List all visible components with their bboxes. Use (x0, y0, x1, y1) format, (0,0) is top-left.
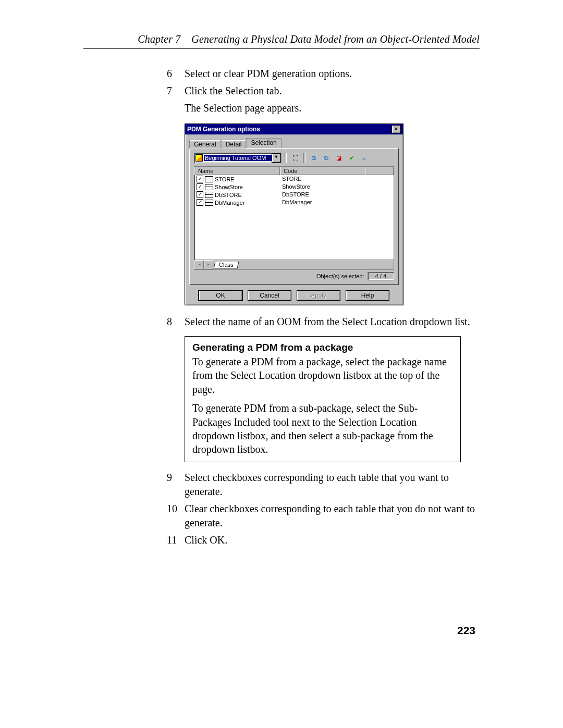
toolbar-icon[interactable]: ⧉ (321, 153, 332, 163)
tab-general[interactable]: General (189, 140, 221, 149)
class-icon (205, 192, 213, 198)
toolbar-icon[interactable]: ◪ (334, 153, 344, 163)
row-code: STORE (279, 176, 360, 182)
row-checkbox[interactable]: ✓ (197, 199, 203, 206)
apply-button: Apply (297, 290, 340, 301)
step-9: 9 Select checkboxes corresponding to eac… (167, 471, 480, 499)
row-code: DbSTORE (279, 191, 360, 198)
objects-selected-count: 4 / 4 (368, 272, 394, 280)
list-row[interactable]: ✓ DbManager DbManager (194, 199, 394, 206)
sheet-tab-class[interactable]: Class (214, 262, 239, 268)
step-number: 11 (167, 533, 185, 547)
row-checkbox[interactable]: ✓ (197, 183, 203, 190)
note-title: Generating a PDM from a package (192, 341, 453, 354)
step-7: 7 Click the Selection tab. (167, 84, 480, 98)
dialog-titlebar: PDM Generation options × (185, 124, 403, 134)
toolbar-separator (285, 153, 287, 163)
row-code: ShowStore (279, 183, 360, 190)
list-row[interactable]: ✓ STORE STORE (194, 175, 394, 183)
running-header: Chapter 7 Generating a Physical Data Mod… (83, 33, 480, 49)
step-number: 9 (167, 471, 185, 499)
objects-selected-label: Object(s) selected: (316, 273, 364, 279)
toolbar-icon[interactable]: ≡ (359, 153, 369, 163)
dialog-button-row: OK Cancel Apply Help (189, 290, 399, 301)
step-text: Select checkboxes corresponding to each … (185, 471, 480, 499)
toolbar-separator (303, 153, 305, 163)
subpackages-tool-icon[interactable]: ⛶ (290, 153, 300, 163)
tab-detail[interactable]: Detail (221, 140, 247, 149)
chapter-label: Chapter 7 (138, 33, 180, 45)
ok-button[interactable]: OK (199, 290, 242, 301)
note-paragraph: To generate PDM from a sub-package, sele… (192, 401, 453, 456)
step-number: 8 (167, 315, 185, 329)
row-code: DbManager (279, 199, 360, 206)
status-row: Object(s) selected: 4 / 4 (194, 272, 394, 280)
step-7-subtext: The Selection page appears. (185, 101, 480, 115)
step-text: Clear checkboxes corresponding to each t… (185, 502, 480, 530)
row-name: ShowStore (215, 184, 243, 190)
sheet-nav-next-icon[interactable]: ▸ (204, 260, 213, 269)
dialog-screenshot: PDM Generation options × General Detail … (185, 124, 480, 305)
selection-panel: Beginning Tutorial OOM ▼ ⛶ ⧉ ⧉ ◪ ✔ ≡ (189, 148, 399, 285)
step-6: 6 Select or clear PDM generation options… (167, 67, 480, 81)
help-button[interactable]: Help (346, 290, 389, 301)
select-location-value: Beginning Tutorial OOM (204, 155, 272, 161)
note-box: Generating a PDM from a package To gener… (185, 336, 461, 462)
row-name: DbSTORE (215, 192, 242, 198)
cancel-button[interactable]: Cancel (248, 290, 291, 301)
class-icon (205, 176, 213, 182)
column-name[interactable]: Name (194, 167, 280, 175)
selection-listview[interactable]: Name Code ✓ STORE STORE (194, 166, 394, 260)
toolbar-icon[interactable]: ✔ (346, 153, 357, 163)
note-paragraph: To generate a PDM from a package, select… (192, 355, 453, 396)
tab-selection[interactable]: Selection (246, 138, 281, 148)
listview-header: Name Code (194, 167, 394, 175)
step-11: 11 Click OK. (167, 533, 480, 547)
step-number: 10 (167, 502, 185, 530)
select-location-dropdown[interactable]: Beginning Tutorial OOM ▼ (194, 153, 282, 163)
column-code[interactable]: Code (280, 167, 365, 175)
model-icon (195, 154, 203, 162)
list-row[interactable]: ✓ DbSTORE DbSTORE (194, 191, 394, 199)
toolbar-icon[interactable]: ⧉ (309, 153, 319, 163)
step-text: Select the name of an OOM from the Selec… (185, 315, 480, 329)
step-number: 7 (167, 84, 185, 98)
sheet-tab-bar: ◂ ▸ Class (194, 260, 394, 270)
dropdown-arrow-icon[interactable]: ▼ (272, 153, 281, 163)
step-8: 8 Select the name of an OOM from the Sel… (167, 315, 480, 329)
class-icon (205, 184, 213, 190)
row-checkbox[interactable]: ✓ (197, 176, 203, 182)
row-checkbox[interactable]: ✓ (197, 191, 203, 198)
sheet-nav-prev-icon[interactable]: ◂ (194, 260, 204, 269)
selection-toolbar: Beginning Tutorial OOM ▼ ⛶ ⧉ ⧉ ◪ ✔ ≡ (194, 153, 394, 163)
column-spacer (365, 167, 394, 175)
row-name: STORE (215, 176, 235, 182)
step-10: 10 Clear checkboxes corresponding to eac… (167, 502, 480, 530)
chapter-title: Generating a Physical Data Model from an… (191, 33, 480, 45)
dialog-title-text: PDM Generation options (187, 126, 260, 133)
list-row[interactable]: ✓ ShowStore ShowStore (194, 183, 394, 191)
step-text: Select or clear PDM generation options. (185, 67, 480, 81)
tab-strip: General Detail Selection (189, 138, 399, 148)
class-icon (205, 200, 213, 206)
step-text: Click the Selection tab. (185, 84, 480, 98)
step-text: Click OK. (185, 533, 480, 547)
page-number: 223 (457, 624, 475, 637)
step-number: 6 (167, 67, 185, 81)
close-button[interactable]: × (391, 125, 401, 133)
row-name: DbManager (215, 200, 244, 206)
pdm-generation-dialog: PDM Generation options × General Detail … (185, 124, 403, 305)
